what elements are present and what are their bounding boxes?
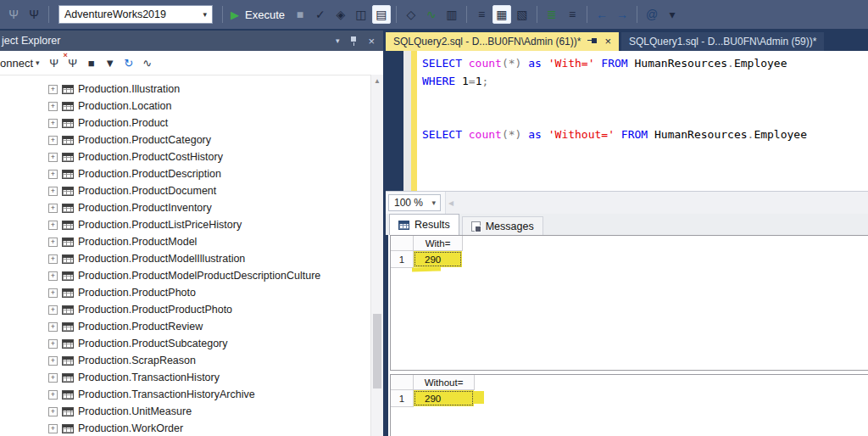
column-header[interactable]: Without= — [414, 375, 475, 390]
table-icon — [62, 373, 74, 383]
results-grid-icon — [398, 221, 409, 230]
expand-icon[interactable]: + — [48, 238, 58, 247]
results-to-text-icon[interactable]: ≡ — [472, 5, 491, 24]
results-to-file-icon[interactable]: ▧ — [513, 5, 531, 24]
table-icon — [62, 288, 74, 298]
tree-item[interactable]: +Production.ProductProductPhoto — [0, 301, 370, 318]
tree-item[interactable]: +Production.Product — [0, 115, 370, 131]
window-menu-icon[interactable]: ▾ — [336, 36, 340, 45]
expand-icon[interactable]: + — [48, 119, 58, 128]
database-selector[interactable]: AdventureWorks2019 ▾ — [58, 5, 213, 24]
tree-item[interactable]: +Production.ProductCostHistory — [0, 148, 370, 165]
tree-item[interactable]: +Production.ProductDescription — [0, 165, 370, 182]
execute-button[interactable]: ▶ Execute — [231, 8, 285, 21]
zoom-value: 100 % — [394, 197, 423, 209]
tree-item[interactable]: +Production.ProductModel — [0, 233, 370, 250]
tree-item[interactable]: +Production.ProductCategory — [0, 131, 370, 148]
zoom-selector[interactable]: 100 % ▾ — [388, 194, 441, 211]
grid-corner-cell[interactable] — [391, 375, 414, 390]
expand-icon[interactable]: + — [48, 85, 58, 94]
tree-item[interactable]: +Production.ProductModelIllustration — [0, 250, 370, 267]
decrease-indent-icon[interactable]: ← — [593, 5, 611, 24]
tab-messages[interactable]: Messages — [462, 216, 543, 235]
uncomment-icon[interactable]: ≡ — [563, 5, 581, 24]
table-icon — [62, 407, 74, 416]
oe-connect-icon[interactable]: Ψ — [46, 53, 63, 72]
expand-icon[interactable]: + — [48, 254, 58, 264]
scrollbar-thumb[interactable] — [373, 314, 381, 388]
expand-icon[interactable]: + — [48, 424, 58, 433]
live-query-stats-icon[interactable]: ∿ — [422, 5, 441, 24]
expand-icon[interactable]: + — [48, 187, 58, 196]
code-area[interactable]: SELECT count(*) as 'With=' FROM HumanRes… — [417, 51, 868, 191]
table-icon — [62, 153, 74, 162]
estimated-plan-icon[interactable]: ◈ — [331, 5, 350, 24]
table-row: 1 290 — [391, 251, 868, 268]
row-number-cell[interactable]: 1 — [391, 390, 414, 407]
tree-item[interactable]: +Production.ProductPhoto — [0, 284, 370, 301]
tree-scrollbar[interactable]: ▲ — [370, 75, 383, 436]
tree-item[interactable]: +Production.WorkOrder — [0, 420, 370, 436]
code-line: SELECT count(*) as 'With=' FROM HumanRes… — [422, 54, 868, 72]
tree-item[interactable]: +Production.ProductListPriceHistory — [0, 216, 370, 233]
scroll-left-icon[interactable]: ◂ — [446, 197, 453, 209]
pin-icon[interactable] — [587, 37, 598, 47]
grid-corner-cell[interactable] — [391, 236, 414, 251]
scroll-up-icon[interactable]: ▲ — [371, 75, 383, 87]
expand-icon[interactable]: + — [48, 102, 58, 111]
expand-icon[interactable]: + — [48, 221, 58, 230]
editor-margin — [403, 51, 411, 191]
comment-icon[interactable]: ≣ — [542, 5, 561, 24]
tree-item[interactable]: +Production.TransactionHistoryArchive — [0, 386, 370, 403]
tree-item[interactable]: +Production.TransactionHistory — [0, 369, 370, 386]
query-options-icon[interactable]: ◫ — [352, 5, 370, 24]
oe-refresh-icon[interactable]: ↻ — [120, 53, 137, 72]
expand-icon[interactable]: + — [48, 322, 58, 332]
toolbar-overflow-icon[interactable]: ▾ — [663, 5, 682, 24]
expand-icon[interactable]: + — [48, 339, 58, 349]
expand-icon[interactable]: + — [48, 407, 58, 416]
close-icon[interactable]: × — [368, 35, 375, 48]
parse-query-icon[interactable]: ✓ — [311, 5, 330, 24]
tree-item[interactable]: +Production.ProductDocument — [0, 182, 370, 199]
specify-template-values-icon[interactable]: @ — [643, 5, 661, 24]
oe-disconnect-icon[interactable]: Ψ× — [64, 53, 81, 72]
expand-icon[interactable]: + — [48, 153, 58, 162]
client-statistics-icon[interactable]: ▥ — [442, 5, 461, 24]
row-number-cell[interactable]: 1 — [391, 251, 414, 268]
pin-icon[interactable] — [349, 36, 358, 47]
results-to-grid-icon[interactable]: ▦ — [492, 5, 511, 24]
activity-monitor-icon[interactable]: ∿ — [139, 53, 156, 72]
expand-icon[interactable]: + — [48, 271, 58, 281]
expand-icon[interactable]: + — [48, 288, 58, 298]
increase-indent-icon[interactable]: → — [613, 5, 632, 24]
intellisense-enabled-icon[interactable]: ▤ — [372, 5, 391, 24]
change-connection-icon[interactable]: Ψ — [25, 5, 43, 24]
tree-item[interactable]: +Production.ProductInventory — [0, 199, 370, 216]
tab-results[interactable]: Results — [389, 214, 459, 235]
tree-item[interactable]: +Production.Location — [0, 98, 370, 115]
tab-sqlquery2[interactable]: SQLQuery2.sql - D...BU0FN\Admin (61))* × — [386, 32, 619, 51]
connect-dropdown[interactable]: onnect — [0, 57, 33, 70]
tree-item[interactable]: +Production.ProductSubcategory — [0, 335, 370, 352]
tree-item[interactable]: +Production.UnitMeasure — [0, 403, 370, 420]
expand-icon[interactable]: + — [48, 356, 58, 366]
oe-stop-icon: ■ — [83, 53, 100, 72]
close-icon[interactable]: × — [604, 37, 611, 46]
expand-icon[interactable]: + — [48, 373, 58, 383]
tree-item[interactable]: +Production.Illustration — [0, 81, 370, 98]
tree-item[interactable]: +Production.ProductModelProductDescripti… — [0, 267, 370, 284]
column-header[interactable]: With= — [414, 236, 463, 251]
horizontal-scrollbar[interactable]: ◂ — [445, 192, 868, 214]
tab-sqlquery1[interactable]: SQLQuery1.sql - D...BU0FN\Admin (59))* — [621, 32, 824, 51]
result-value-cell[interactable]: 290 — [414, 251, 462, 267]
tree-item[interactable]: +Production.ProductReview — [0, 318, 370, 335]
expand-icon[interactable]: + — [48, 170, 58, 179]
expand-icon[interactable]: + — [48, 136, 58, 145]
expand-icon[interactable]: + — [48, 204, 58, 213]
expand-icon[interactable]: + — [48, 305, 58, 315]
expand-icon[interactable]: + — [48, 390, 58, 400]
result-value-cell[interactable]: 290 — [414, 390, 474, 406]
tree-item[interactable]: +Production.ScrapReason — [0, 352, 370, 369]
actual-plan-icon[interactable]: ◇ — [402, 5, 420, 24]
